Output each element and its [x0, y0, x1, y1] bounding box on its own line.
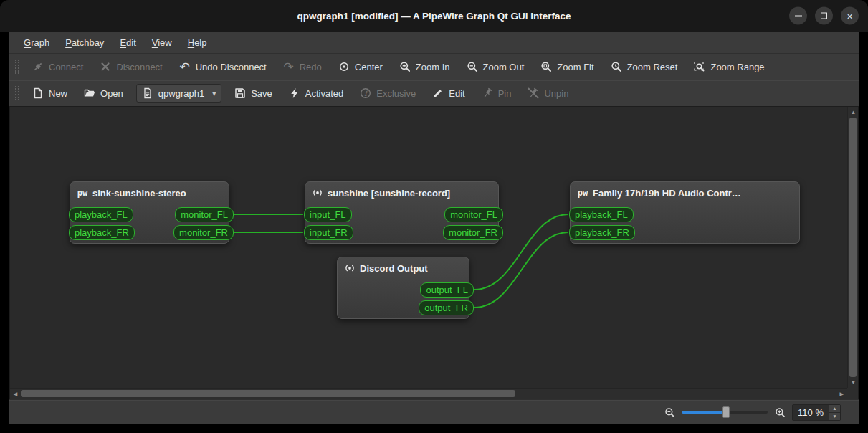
horizontal-scrollbar-thumb[interactable] [21, 390, 515, 397]
toolbar-button-label: Edit [449, 88, 464, 99]
disconnect-icon [100, 61, 111, 72]
window-controls: × [789, 7, 859, 25]
port-playback-fr[interactable]: playback_FR [569, 225, 635, 240]
scroll-left-icon[interactable]: ◀ [10, 389, 21, 399]
toolbar-button-center[interactable]: Center [331, 56, 390, 77]
port-monitor-fr[interactable]: monitor_FR [173, 225, 234, 240]
toolbar-handle[interactable] [15, 86, 19, 100]
zoom-slider[interactable] [682, 406, 768, 419]
new-icon [32, 87, 44, 99]
toolbar-button-save[interactable]: Save [227, 82, 280, 104]
port-playback-fr[interactable]: playback_FR [69, 225, 135, 240]
port-output-fr[interactable]: output_FR [419, 300, 474, 315]
node-title: Discord Output [360, 263, 428, 274]
toolbar-button-label: Zoom Out [483, 62, 525, 72]
toolbar-button-label: Zoom Range [710, 62, 764, 72]
minimize-button[interactable] [789, 7, 807, 25]
port-input-fr[interactable]: input_FR [304, 225, 353, 240]
toolbar-button-edit[interactable]: Edit [425, 82, 472, 104]
zoom-slider-fill [682, 411, 726, 414]
graph-canvas-frame: pwsink-sunshine-stereoplayback_FLplaybac… [9, 106, 859, 399]
menubar: GraphPatchbayEditViewHelp [9, 32, 859, 53]
toolbar-button-zoom-out[interactable]: Zoom Out [459, 56, 532, 77]
spinbox-arrows: ▲ ▼ [829, 405, 840, 420]
scroll-up-icon[interactable]: ▲ [848, 107, 859, 118]
node-discord-output[interactable]: Discord Outputoutput_FLoutput_FR [337, 257, 469, 319]
menu-help[interactable]: Help [180, 34, 215, 52]
zoom-in-icon[interactable] [774, 406, 786, 418]
toolbar-button-zoom-fit[interactable]: Zoom Fit [533, 56, 601, 77]
zoom-out-icon [467, 61, 478, 72]
zoom-out-icon[interactable] [664, 406, 675, 418]
titlebar[interactable]: qpwgraph1 [modified] — A PipeWire Graph … [0, 0, 868, 32]
toolbar-button-label: Connect [49, 62, 83, 72]
toolbar-graph: ConnectDisconnect↶Undo Disconnect↷RedoCe… [9, 53, 859, 80]
scroll-down-icon[interactable]: ▼ [848, 377, 859, 388]
center-icon [338, 61, 350, 72]
zoom-spinbox[interactable]: 110 % ▲ ▼ [792, 404, 841, 421]
port-monitor-fl[interactable]: monitor_FL [175, 207, 234, 222]
zoom-in-icon [399, 61, 411, 72]
toolbar-button-activated[interactable]: Activated [282, 82, 350, 104]
redo-icon: ↷ [283, 61, 295, 72]
pipewire-icon: pw [77, 187, 88, 199]
toolbar-button-zoom-range[interactable]: Zoom Range [687, 56, 771, 77]
horizontal-scrollbar[interactable]: ◀ ▶ [10, 388, 847, 399]
activated-icon [289, 87, 300, 99]
toolbar-button-label: Save [251, 88, 272, 99]
node-family-hd-audio[interactable]: pwFamily 17h/19h HD Audio Contr…playback… [570, 181, 800, 244]
close-icon: × [846, 11, 852, 21]
toolbar-button-undo-disconnect[interactable]: ↶Undo Disconnect [172, 56, 274, 77]
minimize-icon [795, 15, 802, 16]
zoom-slider-handle[interactable] [722, 406, 730, 418]
vertical-scrollbar-thumb[interactable] [849, 118, 857, 377]
pipewire-icon: pw [577, 187, 588, 199]
node-sunshine-record[interactable]: sunshine [sunshine-record]input_FLinput_… [305, 181, 499, 244]
pin-icon [482, 87, 493, 99]
node-title: sink-sunshine-stereo [92, 188, 186, 199]
close-button[interactable]: × [841, 7, 859, 25]
patchbay-profile-combo[interactable]: qpwgraph1▾ [136, 84, 221, 103]
menu-graph[interactable]: Graph [16, 34, 57, 52]
node-sink-sunshine-stereo[interactable]: pwsink-sunshine-stereoplayback_FLplaybac… [70, 181, 229, 244]
toolbar-button-zoom-reset[interactable]: Zoom Reset [604, 56, 685, 77]
port-playback-fl[interactable]: playback_FL [569, 207, 634, 222]
toolbar-button-zoom-in[interactable]: Zoom In [392, 56, 457, 77]
spin-up-button[interactable]: ▲ [829, 405, 840, 413]
toolbar-button-label: Activated [305, 88, 343, 99]
zoom-range-icon [694, 61, 705, 72]
menu-view[interactable]: View [144, 34, 180, 52]
toolbar-button-label: Zoom Fit [557, 62, 593, 72]
port-output-fl[interactable]: output_FL [420, 282, 474, 298]
toolbar-button-new[interactable]: New [25, 82, 75, 104]
toolbar-button-open[interactable]: Open [77, 82, 130, 104]
toolbar-button-disconnect[interactable]: Disconnect [92, 56, 169, 77]
toolbar-button-pin[interactable]: Pin [474, 82, 519, 104]
vertical-scrollbar[interactable]: ▲ ▼ [847, 107, 858, 388]
scroll-right-icon[interactable]: ▶ [836, 389, 847, 399]
zoom-fit-icon [540, 61, 552, 72]
toolbar-handle[interactable] [15, 60, 19, 74]
toolbar-button-exclusive[interactable]: fExclusive [353, 82, 423, 104]
exclusive-icon: f [360, 87, 371, 99]
toolbar-button-redo[interactable]: ↷Redo [276, 56, 329, 77]
toolbar-button-label: Exclusive [376, 88, 416, 99]
toolbar-button-label: Zoom In [416, 62, 450, 72]
node-header: Discord Output [338, 257, 469, 274]
port-monitor-fr[interactable]: monitor_FR [443, 225, 503, 240]
toolbar-button-connect[interactable]: Connect [25, 56, 90, 77]
port-input-fl[interactable]: input_FL [304, 207, 352, 222]
node-header: sunshine [sunshine-record] [305, 182, 498, 199]
node-title: sunshine [sunshine-record] [328, 188, 450, 199]
maximize-button[interactable] [815, 7, 833, 25]
menu-edit[interactable]: Edit [112, 34, 143, 52]
port-playback-fl[interactable]: playback_FL [69, 207, 133, 222]
statusbar: 110 % ▲ ▼ [9, 399, 859, 424]
toolbar-button-unpin[interactable]: Unpin [520, 82, 576, 104]
spin-down-button[interactable]: ▼ [829, 413, 840, 420]
graph-canvas[interactable]: pwsink-sunshine-stereoplayback_FLplaybac… [10, 107, 847, 388]
zoom-reset-icon [611, 61, 622, 72]
menu-patchbay[interactable]: Patchbay [57, 34, 112, 52]
open-icon [84, 87, 95, 99]
port-monitor-fl[interactable]: monitor_FL [444, 207, 503, 222]
